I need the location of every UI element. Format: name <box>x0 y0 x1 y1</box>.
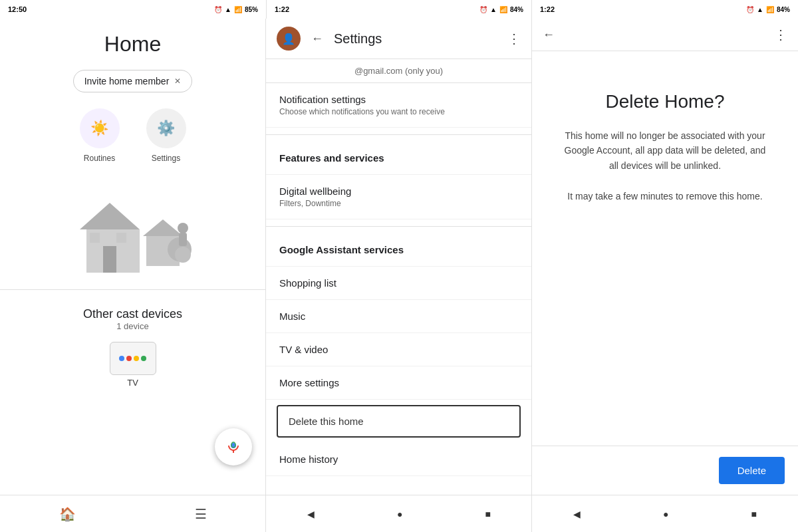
alarm-icon-2: ⏰ <box>479 6 487 13</box>
divider-settings-2 <box>266 226 531 227</box>
divider-settings-1 <box>266 134 531 135</box>
alarm-icon-3: ⏰ <box>746 6 754 13</box>
home-sys-2[interactable]: ● <box>397 509 402 519</box>
wellbeing-title: Digital wellbeing <box>279 186 518 197</box>
routines-label: Routines <box>84 154 115 163</box>
main-panels: Home Invite home member ✕ ☀️ Routines ⚙️… <box>0 19 798 532</box>
status-bar-1: 12:50 ⏰ ▲ 📶 85% <box>0 0 266 19</box>
wifi-icon-2: ▲ <box>490 6 497 13</box>
wellbeing-sub: Filters, Downtime <box>279 199 518 208</box>
home-nav-icon[interactable]: 🏠 <box>59 506 76 522</box>
settings-item-music[interactable]: Music <box>266 300 531 333</box>
status-bar-2: 1:22 ⏰ ▲ 📶 84% <box>266 0 532 19</box>
back-sys-3[interactable]: ◀ <box>573 509 581 519</box>
icons-3: ⏰ ▲ 📶 84% <box>746 6 790 13</box>
notifications-title: Notification settings <box>279 94 518 105</box>
settings-item-shopping[interactable]: Shopping list <box>266 267 531 300</box>
settings-title: Settings <box>334 31 497 47</box>
cast-title: Other cast devices <box>13 307 252 321</box>
house-illustration <box>66 183 200 276</box>
mic-fab-button[interactable] <box>215 428 252 466</box>
status-bar-3: 1:22 ⏰ ▲ 📶 84% <box>532 0 798 19</box>
dot-yellow <box>134 356 139 361</box>
delete-this-home-item[interactable]: Delete this home <box>277 405 521 438</box>
delete-confirm-button[interactable]: Delete <box>719 457 785 484</box>
signal-icon-3: 📶 <box>766 6 774 13</box>
delete-title: Delete Home? <box>606 91 725 112</box>
delete-note: It may take a few minutes to remove this… <box>567 189 762 203</box>
battery-1: 85% <box>245 6 258 13</box>
divider-1 <box>0 289 265 290</box>
assistant-title: Google Assistant services <box>279 244 518 255</box>
settings-bottom-nav: ◀ ● ■ <box>266 495 532 532</box>
svg-rect-4 <box>116 233 126 243</box>
delete-bottom-nav: ◀ ● ■ <box>532 495 798 532</box>
delete-content: Delete Home? This home will no longer be… <box>532 51 798 446</box>
settings-item-history[interactable]: Home history <box>266 443 531 476</box>
svg-rect-10 <box>179 233 187 246</box>
close-icon[interactable]: ✕ <box>174 76 181 86</box>
stop-sys-2[interactable]: ■ <box>485 509 491 519</box>
delete-home-title: Delete this home <box>289 416 509 427</box>
icon-row: ☀️ Routines ⚙️ Settings <box>80 108 186 163</box>
tv-device[interactable]: TV <box>13 342 252 388</box>
invite-label: Invite home member <box>84 76 170 86</box>
settings-header: 👤 ← Settings ⋮ <box>266 19 531 59</box>
settings-email: @gmail.com (only you) <box>266 59 531 83</box>
settings-item-tv[interactable]: TV & video <box>266 333 531 366</box>
settings-item-features[interactable]: Features and services <box>266 142 531 175</box>
icons-2: ⏰ ▲ 📶 84% <box>479 6 523 13</box>
signal-icon-2: 📶 <box>499 6 507 13</box>
back-sys-2[interactable]: ◀ <box>307 509 315 519</box>
invite-home-member-button[interactable]: Invite home member ✕ <box>73 70 193 92</box>
settings-item-wellbeing[interactable]: Digital wellbeing Filters, Downtime <box>266 175 531 219</box>
time-1: 12:50 <box>8 5 27 13</box>
more-vert-icon[interactable]: ⋮ <box>507 31 521 47</box>
svg-rect-3 <box>90 233 100 243</box>
alarm-icon: ⏰ <box>214 6 222 13</box>
delete-body: This home will no longer be associated w… <box>559 128 771 173</box>
back-arrow-delete[interactable]: ← <box>543 28 555 42</box>
routines-item[interactable]: ☀️ Routines <box>80 108 120 163</box>
dot-red <box>126 356 132 361</box>
settings-icon: ⚙️ <box>146 108 186 148</box>
svg-point-9 <box>178 223 188 233</box>
dot-blue <box>119 356 124 361</box>
back-arrow-settings[interactable]: ← <box>311 32 323 46</box>
svg-marker-6 <box>143 219 183 236</box>
settings-item-more[interactable]: More settings <box>266 366 531 400</box>
delete-footer: Delete <box>532 446 798 495</box>
nav-section-1: 🏠 ☰ <box>0 495 266 532</box>
shopping-title: Shopping list <box>279 277 518 289</box>
time-3: 1:22 <box>540 5 555 13</box>
icons-1: ⏰ ▲ 📶 85% <box>214 6 258 13</box>
settings-item[interactable]: ⚙️ Settings <box>146 108 186 163</box>
cast-section: Other cast devices 1 device TV <box>0 297 265 398</box>
home-sys-3[interactable]: ● <box>663 509 668 519</box>
settings-list: Notification settings Choose which notif… <box>266 83 531 495</box>
routines-icon: ☀️ <box>80 108 120 148</box>
tv-label: TV <box>127 378 138 388</box>
panel-settings: 👤 ← Settings ⋮ @gmail.com (only you) Not… <box>266 19 532 532</box>
time-2: 1:22 <box>275 5 289 13</box>
stop-sys-3[interactable]: ■ <box>751 509 757 519</box>
more-settings-title: More settings <box>279 377 518 388</box>
battery-3: 84% <box>777 6 790 13</box>
home-content: Home Invite home member ✕ ☀️ Routines ⚙️… <box>0 19 265 495</box>
signal-icon: 📶 <box>234 6 242 13</box>
wifi-icon: ▲ <box>225 6 231 13</box>
dot-green <box>141 356 146 361</box>
battery-2: 84% <box>510 6 523 13</box>
pages-nav-icon[interactable]: ☰ <box>195 506 207 522</box>
svg-point-8 <box>175 247 191 263</box>
svg-marker-1 <box>80 203 140 229</box>
settings-label: Settings <box>152 154 180 163</box>
more-vert-delete[interactable]: ⋮ <box>774 27 787 43</box>
panel-delete: ← ⋮ Delete Home? This home will no longe… <box>532 19 798 532</box>
svg-rect-2 <box>103 246 116 273</box>
settings-item-assistant[interactable]: Google Assistant services <box>266 233 531 267</box>
settings-item-notifications[interactable]: Notification settings Choose which notif… <box>266 83 531 128</box>
home-title: Home <box>104 32 161 57</box>
status-bars: 12:50 ⏰ ▲ 📶 85% 1:22 ⏰ ▲ 📶 84% 1:22 ⏰ ▲ … <box>0 0 798 19</box>
panel-home: Home Invite home member ✕ ☀️ Routines ⚙️… <box>0 19 266 532</box>
